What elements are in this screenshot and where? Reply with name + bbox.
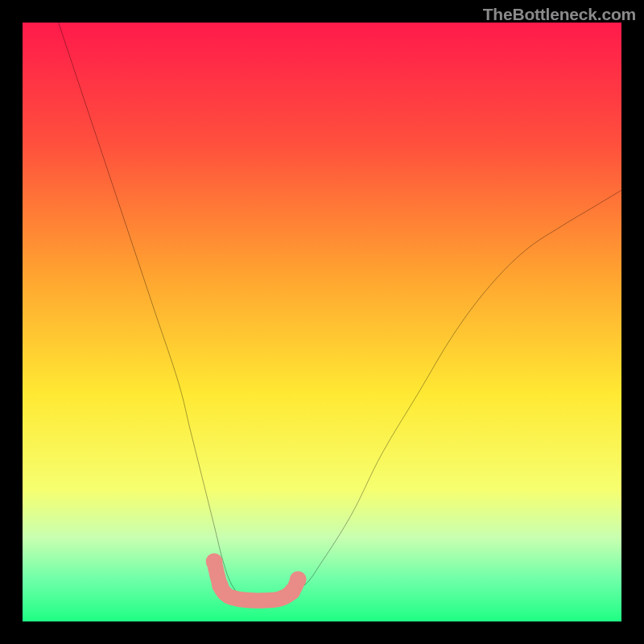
chart-curves bbox=[23, 23, 621, 621]
plot-area bbox=[23, 23, 621, 621]
watermark-text: TheBottleneck.com bbox=[483, 5, 636, 24]
svg-point-1 bbox=[206, 553, 223, 570]
svg-point-4 bbox=[290, 572, 307, 588]
svg-point-2 bbox=[212, 577, 229, 594]
bottleneck-curve bbox=[59, 23, 621, 601]
outer-frame: TheBottleneck.com bbox=[0, 0, 644, 644]
